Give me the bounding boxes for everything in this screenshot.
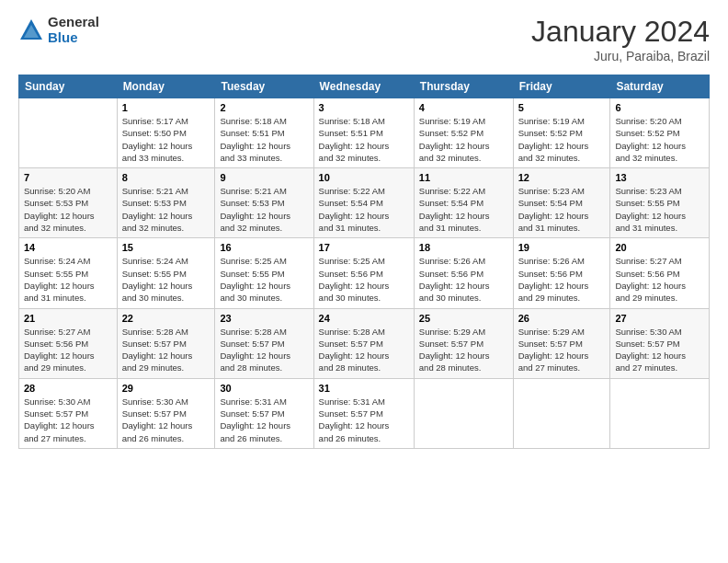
day-info: Sunrise: 5:28 AMSunset: 5:57 PMDaylight:… <box>220 326 308 374</box>
calendar-cell: 11Sunrise: 5:22 AMSunset: 5:54 PMDayligh… <box>414 168 513 238</box>
calendar-cell: 22Sunrise: 5:28 AMSunset: 5:57 PMDayligh… <box>117 308 215 378</box>
day-number: 31 <box>319 383 409 394</box>
header-day-friday: Friday <box>513 75 610 98</box>
calendar-cell: 27Sunrise: 5:30 AMSunset: 5:57 PMDayligh… <box>610 308 710 378</box>
day-number: 4 <box>419 102 508 113</box>
week-row-5: 28Sunrise: 5:30 AMSunset: 5:57 PMDayligh… <box>19 378 710 448</box>
day-info: Sunrise: 5:22 AMSunset: 5:54 PMDaylight:… <box>319 185 409 234</box>
calendar-cell: 23Sunrise: 5:28 AMSunset: 5:57 PMDayligh… <box>215 308 313 378</box>
day-info: Sunrise: 5:24 AMSunset: 5:55 PMDaylight:… <box>24 255 112 304</box>
day-number: 19 <box>518 242 606 253</box>
logo: General Blue <box>18 15 99 45</box>
day-info: Sunrise: 5:19 AMSunset: 5:52 PMDaylight:… <box>518 115 606 164</box>
header-day-wednesday: Wednesday <box>313 75 414 98</box>
day-info: Sunrise: 5:23 AMSunset: 5:54 PMDaylight:… <box>518 185 606 234</box>
day-number: 29 <box>122 383 210 394</box>
day-number: 16 <box>220 242 308 253</box>
day-info: Sunrise: 5:26 AMSunset: 5:56 PMDaylight:… <box>419 255 508 304</box>
day-number: 20 <box>615 242 704 253</box>
day-info: Sunrise: 5:26 AMSunset: 5:56 PMDaylight:… <box>518 255 606 304</box>
day-number: 23 <box>220 313 308 324</box>
day-number: 17 <box>319 242 409 253</box>
calendar-cell <box>513 378 610 448</box>
calendar-cell: 28Sunrise: 5:30 AMSunset: 5:57 PMDayligh… <box>19 378 118 448</box>
logo-text: General Blue <box>48 15 99 45</box>
day-info: Sunrise: 5:30 AMSunset: 5:57 PMDaylight:… <box>24 396 112 444</box>
day-info: Sunrise: 5:20 AMSunset: 5:52 PMDaylight:… <box>615 115 704 164</box>
calendar-cell: 3Sunrise: 5:18 AMSunset: 5:51 PMDaylight… <box>313 98 414 168</box>
calendar-header-row: SundayMondayTuesdayWednesdayThursdayFrid… <box>19 75 710 98</box>
day-number: 11 <box>419 172 508 183</box>
day-number: 24 <box>319 313 409 324</box>
calendar-cell: 9Sunrise: 5:21 AMSunset: 5:53 PMDaylight… <box>215 168 313 238</box>
header-day-sunday: Sunday <box>19 75 118 98</box>
day-number: 9 <box>220 172 308 183</box>
logo-general: General <box>48 15 99 30</box>
day-info: Sunrise: 5:28 AMSunset: 5:57 PMDaylight:… <box>122 326 210 374</box>
day-number: 13 <box>615 172 704 183</box>
day-info: Sunrise: 5:27 AMSunset: 5:56 PMDaylight:… <box>24 326 112 374</box>
calendar-cell: 20Sunrise: 5:27 AMSunset: 5:56 PMDayligh… <box>610 238 710 308</box>
calendar-cell: 14Sunrise: 5:24 AMSunset: 5:55 PMDayligh… <box>19 238 118 308</box>
calendar-cell: 6Sunrise: 5:20 AMSunset: 5:52 PMDaylight… <box>610 98 710 168</box>
day-info: Sunrise: 5:31 AMSunset: 5:57 PMDaylight:… <box>220 396 308 444</box>
calendar-cell: 24Sunrise: 5:28 AMSunset: 5:57 PMDayligh… <box>313 308 414 378</box>
calendar-cell: 26Sunrise: 5:29 AMSunset: 5:57 PMDayligh… <box>513 308 610 378</box>
calendar-cell: 7Sunrise: 5:20 AMSunset: 5:53 PMDaylight… <box>19 168 118 238</box>
day-number: 10 <box>319 172 409 183</box>
day-info: Sunrise: 5:27 AMSunset: 5:56 PMDaylight:… <box>615 255 704 304</box>
week-row-4: 21Sunrise: 5:27 AMSunset: 5:56 PMDayligh… <box>19 308 710 378</box>
day-number: 26 <box>518 313 606 324</box>
header-day-monday: Monday <box>117 75 215 98</box>
day-info: Sunrise: 5:30 AMSunset: 5:57 PMDaylight:… <box>615 326 704 374</box>
day-info: Sunrise: 5:28 AMSunset: 5:57 PMDaylight:… <box>319 326 409 374</box>
day-info: Sunrise: 5:19 AMSunset: 5:52 PMDaylight:… <box>419 115 508 164</box>
day-number: 18 <box>419 242 508 253</box>
calendar-cell: 15Sunrise: 5:24 AMSunset: 5:55 PMDayligh… <box>117 238 215 308</box>
header: General Blue January 2024 Juru, Paraiba,… <box>18 15 710 63</box>
day-info: Sunrise: 5:31 AMSunset: 5:57 PMDaylight:… <box>319 396 409 444</box>
day-info: Sunrise: 5:21 AMSunset: 5:53 PMDaylight:… <box>122 185 210 234</box>
day-number: 5 <box>518 102 606 113</box>
day-info: Sunrise: 5:17 AMSunset: 5:50 PMDaylight:… <box>122 115 210 164</box>
day-info: Sunrise: 5:24 AMSunset: 5:55 PMDaylight:… <box>122 255 210 304</box>
calendar-cell: 12Sunrise: 5:23 AMSunset: 5:54 PMDayligh… <box>513 168 610 238</box>
calendar-cell <box>19 98 118 168</box>
calendar-cell: 1Sunrise: 5:17 AMSunset: 5:50 PMDaylight… <box>117 98 215 168</box>
calendar-cell: 19Sunrise: 5:26 AMSunset: 5:56 PMDayligh… <box>513 238 610 308</box>
header-day-saturday: Saturday <box>610 75 710 98</box>
day-info: Sunrise: 5:18 AMSunset: 5:51 PMDaylight:… <box>319 115 409 164</box>
calendar-cell: 2Sunrise: 5:18 AMSunset: 5:51 PMDaylight… <box>215 98 313 168</box>
day-number: 27 <box>615 313 704 324</box>
week-row-1: 1Sunrise: 5:17 AMSunset: 5:50 PMDaylight… <box>19 98 710 168</box>
day-info: Sunrise: 5:29 AMSunset: 5:57 PMDaylight:… <box>518 326 606 374</box>
calendar-cell <box>610 378 710 448</box>
week-row-3: 14Sunrise: 5:24 AMSunset: 5:55 PMDayligh… <box>19 238 710 308</box>
day-number: 6 <box>615 102 704 113</box>
day-number: 25 <box>419 313 508 324</box>
location: Juru, Paraiba, Brazil <box>531 49 710 63</box>
calendar-cell: 21Sunrise: 5:27 AMSunset: 5:56 PMDayligh… <box>19 308 118 378</box>
day-number: 14 <box>24 242 112 253</box>
calendar-cell: 25Sunrise: 5:29 AMSunset: 5:57 PMDayligh… <box>414 308 513 378</box>
day-number: 12 <box>518 172 606 183</box>
calendar-cell: 29Sunrise: 5:30 AMSunset: 5:57 PMDayligh… <box>117 378 215 448</box>
calendar-cell: 18Sunrise: 5:26 AMSunset: 5:56 PMDayligh… <box>414 238 513 308</box>
day-number: 3 <box>319 102 409 113</box>
calendar-cell: 4Sunrise: 5:19 AMSunset: 5:52 PMDaylight… <box>414 98 513 168</box>
day-number: 2 <box>220 102 308 113</box>
day-info: Sunrise: 5:21 AMSunset: 5:53 PMDaylight:… <box>220 185 308 234</box>
day-number: 7 <box>24 172 112 183</box>
calendar-cell: 5Sunrise: 5:19 AMSunset: 5:52 PMDaylight… <box>513 98 610 168</box>
day-info: Sunrise: 5:18 AMSunset: 5:51 PMDaylight:… <box>220 115 308 164</box>
page: General Blue January 2024 Juru, Paraiba,… <box>0 0 728 464</box>
title-block: January 2024 Juru, Paraiba, Brazil <box>531 15 710 63</box>
day-info: Sunrise: 5:23 AMSunset: 5:55 PMDaylight:… <box>615 185 704 234</box>
calendar-cell <box>414 378 513 448</box>
day-info: Sunrise: 5:20 AMSunset: 5:53 PMDaylight:… <box>24 185 112 234</box>
calendar-cell: 31Sunrise: 5:31 AMSunset: 5:57 PMDayligh… <box>313 378 414 448</box>
calendar-cell: 16Sunrise: 5:25 AMSunset: 5:55 PMDayligh… <box>215 238 313 308</box>
logo-icon <box>18 17 44 43</box>
day-number: 21 <box>24 313 112 324</box>
day-info: Sunrise: 5:29 AMSunset: 5:57 PMDaylight:… <box>419 326 508 374</box>
